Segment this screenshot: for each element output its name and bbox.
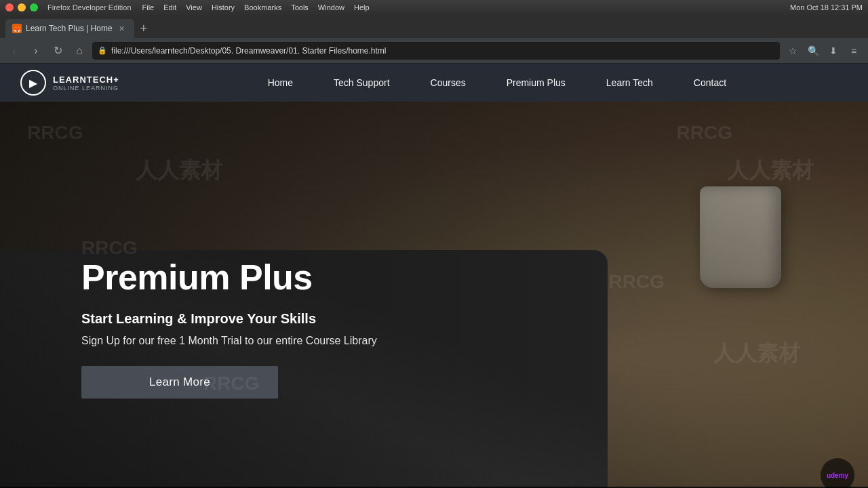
site-logo: ▶ LEARNTECH+ ONLINE LEARNING	[20, 70, 119, 96]
nav-learn-tech[interactable]: Learn Tech	[586, 64, 673, 102]
menu-file[interactable]: File	[142, 3, 155, 12]
back-button[interactable]: ‹	[5, 42, 23, 60]
menu-bar: File Edit View History Bookmarks Tools W…	[142, 3, 370, 12]
nav-links: Home Tech Support Courses Premium Plus L…	[146, 64, 848, 102]
tab-favicon	[12, 24, 22, 33]
menu-history[interactable]: History	[212, 3, 235, 12]
minimize-dot[interactable]	[18, 3, 26, 12]
udemy-badge: udemy	[821, 458, 854, 488]
tab-title: Learn Tech Plus | Home	[26, 24, 113, 33]
download-icon[interactable]: ⬇	[825, 42, 842, 60]
app-name: Firefox Developer Edition	[47, 3, 132, 12]
nav-courses[interactable]: Courses	[410, 64, 486, 102]
hero-cta-button[interactable]: Learn More	[81, 366, 278, 399]
hero-description: Sign Up for our free 1 Month Trial to ou…	[81, 335, 377, 347]
toolbar-right: ☆ 🔍 ⬇ ≡	[784, 42, 863, 60]
close-dot[interactable]	[5, 3, 14, 12]
hero-content: Premium Plus Start Learning & Improve Yo…	[0, 230, 377, 399]
logo-text: LEARNTECH+ ONLINE LEARNING	[53, 75, 119, 92]
logo-tagline: ONLINE LEARNING	[53, 85, 119, 92]
nav-tech-support[interactable]: Tech Support	[313, 64, 410, 102]
menu-view[interactable]: View	[186, 3, 202, 12]
address-lock-icon: 🔒	[98, 46, 107, 55]
hero-subtitle: Start Learning & Improve Your Skills	[81, 311, 377, 327]
reload-button[interactable]: ↻	[49, 42, 66, 60]
menu-help[interactable]: Help	[354, 3, 370, 12]
home-button[interactable]: ⌂	[71, 42, 88, 60]
menu-edit[interactable]: Edit	[163, 3, 176, 12]
nav-contact[interactable]: Contact	[673, 64, 747, 102]
menu-window[interactable]: Window	[318, 3, 344, 12]
hero-title: Premium Plus	[81, 257, 377, 298]
menu-bookmarks[interactable]: Bookmarks	[244, 3, 281, 12]
logo-name: LEARNTECH+	[53, 75, 119, 85]
hero-section: RRCG 人人素材 RRCG 人人素材 RRCG RRCG 人人素材 RRCG …	[0, 102, 868, 488]
titlebar-right: Mon Oct 18 12:31 PM	[790, 3, 863, 12]
address-text: file:///Users/learntech/Desktop/05. Drea…	[111, 46, 774, 56]
menu-tools[interactable]: Tools	[291, 3, 309, 12]
site-navigation: ▶ LEARNTECH+ ONLINE LEARNING Home Tech S…	[0, 64, 868, 102]
active-tab[interactable]: Learn Tech Plus | Home ×	[5, 19, 134, 38]
tab-close-button[interactable]: ×	[117, 23, 127, 34]
maximize-dot[interactable]	[30, 3, 38, 12]
new-tab-button[interactable]: +	[134, 19, 153, 38]
system-time: Mon Oct 18 12:31 PM	[790, 3, 863, 12]
bookmark-icon[interactable]: ☆	[784, 42, 802, 60]
titlebar: Firefox Developer Edition File Edit View…	[0, 0, 868, 15]
logo-icon: ▶	[20, 70, 46, 96]
udemy-text: udemy	[827, 472, 848, 479]
browser-toolbar: ‹ › ↻ ⌂ 🔒 file:///Users/learntech/Deskto…	[0, 38, 868, 64]
nav-home[interactable]: Home	[248, 64, 313, 102]
website-content: ▶ LEARNTECH+ ONLINE LEARNING Home Tech S…	[0, 64, 868, 488]
forward-button[interactable]: ›	[27, 42, 45, 60]
menu-icon[interactable]: ≡	[845, 42, 863, 60]
address-bar[interactable]: 🔒 file:///Users/learntech/Desktop/05. Dr…	[92, 42, 780, 60]
logo-play-icon: ▶	[29, 77, 37, 89]
tab-bar: Learn Tech Plus | Home × +	[0, 15, 868, 38]
search-icon[interactable]: 🔍	[804, 42, 822, 60]
nav-premium-plus[interactable]: Premium Plus	[486, 64, 586, 102]
